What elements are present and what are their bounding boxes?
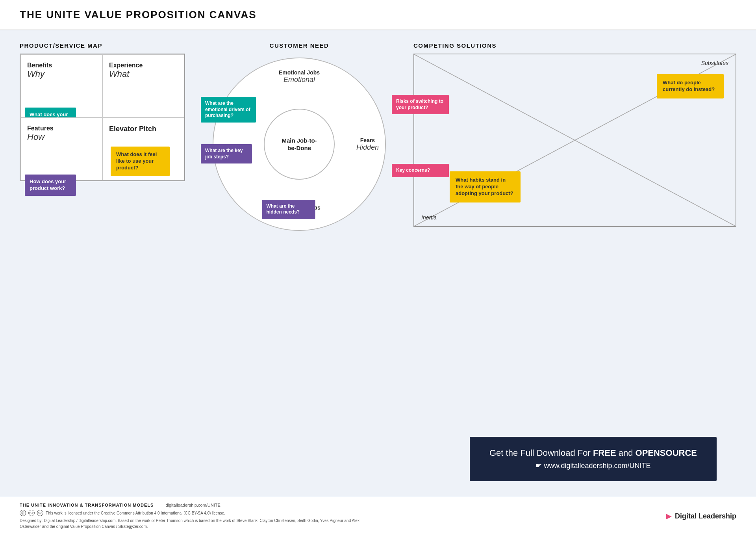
canvas-area: PRODUCT/SERVICE MAP Benefits Why What do…	[0, 30, 756, 497]
sections-row: PRODUCT/SERVICE MAP Benefits Why What do…	[20, 42, 736, 413]
benefits-sub: Why	[27, 69, 96, 79]
hidden-needs-sticky: What are the hidden needs?	[262, 200, 315, 219]
sa-icon: SA	[37, 510, 43, 516]
main-job-label: Main Job-to- be-Done	[282, 137, 317, 152]
footer-license: This work is licensed under the Creative…	[46, 510, 225, 516]
circle-inner: Main Job-to- be-Done	[264, 109, 335, 180]
footer-icons: © BY SA This work is licensed under the …	[20, 510, 374, 516]
by-icon: BY	[28, 510, 35, 516]
benefits-title: Benefits	[27, 62, 96, 69]
experience-title: Experience	[109, 62, 178, 69]
customer-need-label: CUSTOMER NEED	[270, 42, 329, 49]
footer-brand: THE UNITE INNOVATION & TRANSFORMATION MO…	[20, 503, 154, 507]
experience-sub: What	[109, 69, 178, 79]
page-wrapper: THE UNITE VALUE PROPOSITION CANVAS PRODU…	[0, 0, 756, 535]
cta-bar: Get the Full Download For FREE and OPENS…	[470, 437, 717, 481]
cs-label: COMPETING SOLUTIONS	[413, 42, 736, 49]
psm-grid: Benefits Why What does your product do? …	[20, 54, 185, 181]
footer-left: THE UNITE INNOVATION & TRANSFORMATION MO…	[20, 503, 374, 529]
header: THE UNITE VALUE PROPOSITION CANVAS	[0, 0, 756, 30]
features-sticky: How does your product work?	[25, 175, 76, 196]
psm-label: PRODUCT/SERVICE MAP	[20, 42, 185, 49]
psm-cell-elevator: Elevator Pitch What does it feel like to…	[102, 117, 184, 180]
psm-cell-features: Features How How does your product work?	[20, 117, 102, 180]
page-title: THE UNITE VALUE PROPOSITION CANVAS	[20, 9, 736, 21]
psm-cell-benefits: Benefits Why What does your product do?	[20, 54, 102, 117]
footer-url: digitalleadership.com/UNITE	[165, 503, 220, 507]
elevator-pitch-sticky: What does it feel like to use your produ…	[111, 147, 170, 176]
emotional-jobs-label: Emotional Jobs Emotional	[279, 69, 320, 84]
key-job-steps-sticky: What are the key job steps?	[201, 144, 252, 163]
risks-switching-sticky: Risks of switching to your product?	[392, 95, 449, 114]
cs-box: Substitutes Inertia What do people curre…	[413, 54, 736, 227]
competing-solutions: COMPETING SOLUTIONS Substitutes Inertia …	[413, 42, 736, 227]
cc-icon: ©	[20, 510, 26, 516]
product-service-map: PRODUCT/SERVICE MAP Benefits Why What do…	[20, 42, 185, 181]
psm-wrapper: Benefits Why What does your product do? …	[20, 54, 185, 181]
features-title: Features	[27, 125, 96, 132]
elevator-pitch-label: Elevator Pitch	[109, 125, 178, 133]
footer-right-brand: Digital Leadership	[675, 512, 736, 520]
footer-designed: Designed by: Digital Leadership / digita…	[20, 518, 374, 529]
inertia-sticky: What habits stand in the way of people a…	[450, 171, 521, 202]
footer-right: ▶ Digital Leadership	[666, 512, 736, 520]
substitutes-sticky: What do people currently do instead?	[657, 74, 724, 98]
features-sub: How	[27, 132, 96, 142]
circle-diagram: Main Job-to- be-Done Emotional Jobs Emot…	[213, 58, 386, 231]
cta-text2: ☛ www.digitalleadership.com/UNITE	[536, 461, 650, 470]
cta-text1: Get the Full Download For FREE and OPENS…	[489, 448, 697, 458]
key-concerns-sticky: Key concerns?	[392, 164, 449, 177]
customer-need: CUSTOMER NEED Main Job-to- be-Done	[201, 42, 398, 231]
fears-label: Fears Hidden	[356, 137, 379, 152]
inertia-label: Inertia	[421, 214, 437, 221]
emotional-drivers-sticky: What are the emotional drivers of purcha…	[201, 97, 256, 123]
psm-cell-experience: Experience What	[102, 54, 184, 117]
footer-arrow-icon: ▶	[666, 512, 672, 520]
cta-container: Get the Full Download For FREE and OPENS…	[20, 429, 736, 489]
footer: THE UNITE INNOVATION & TRANSFORMATION MO…	[0, 497, 756, 535]
substitutes-label: Substitutes	[701, 60, 728, 66]
